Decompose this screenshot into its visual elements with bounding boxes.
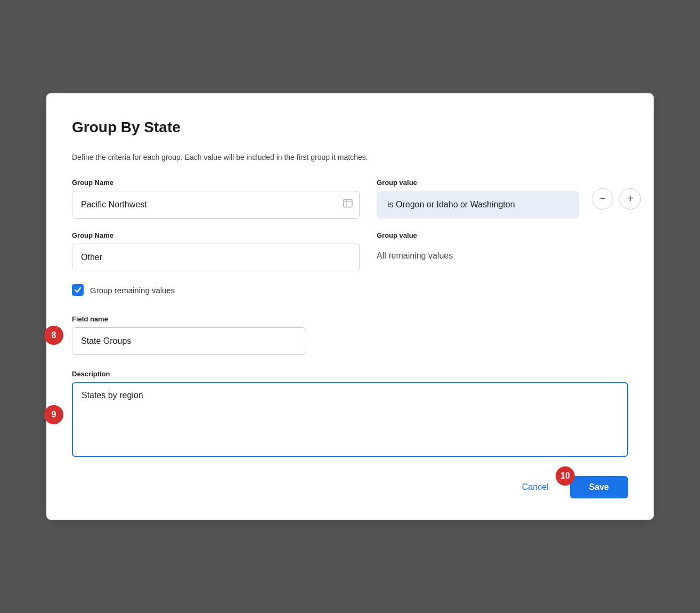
plus-icon: + xyxy=(627,192,633,205)
group2-value-label: Group value xyxy=(377,231,628,239)
description-label: Description xyxy=(72,370,628,378)
checkbox-label: Group remaining values xyxy=(90,286,175,295)
checkbox-row: Group remaining values xyxy=(72,284,628,296)
group-row-1: Group Name Group value is Oregon or Idah… xyxy=(72,179,628,219)
add-group-button[interactable]: + xyxy=(620,188,641,209)
remove-group1-button[interactable]: − xyxy=(592,188,613,209)
minus-icon: − xyxy=(599,192,606,205)
group-by-state-dialog: Group By State Define the criteria for e… xyxy=(46,93,654,520)
dialog-description: Define the criteria for each group. Each… xyxy=(72,153,628,162)
dialog-footer: 10 Cancel Save xyxy=(72,476,628,498)
group2-value-col: Group value All remaining values xyxy=(377,231,628,261)
spreadsheet-icon xyxy=(343,198,353,212)
group1-name-input-wrapper xyxy=(72,191,360,219)
save-button[interactable]: Save xyxy=(570,476,628,498)
group1-value-wrapper: Group value is Oregon or Idaho or Washin… xyxy=(377,179,579,219)
checkmark-icon xyxy=(74,286,82,294)
group-remaining-checkbox[interactable] xyxy=(72,284,84,296)
step-badge-8: 8 xyxy=(44,326,63,345)
group1-name-label: Group Name xyxy=(72,179,360,187)
group1-value-col: Group value is Oregon or Idaho or Washin… xyxy=(377,179,641,219)
svg-rect-0 xyxy=(344,200,352,207)
step-badge-9: 9 xyxy=(44,405,63,424)
group-row-2: Group Name Group value All remaining val… xyxy=(72,231,628,271)
dialog-title: Group By State xyxy=(72,119,628,136)
group1-actions: − + xyxy=(585,188,641,209)
group1-name-col: Group Name xyxy=(72,179,360,219)
group1-name-input[interactable] xyxy=(72,191,360,219)
field-name-section: 8 Field name xyxy=(72,315,628,355)
description-textarea[interactable]: States by region xyxy=(72,382,628,457)
group2-name-col: Group Name xyxy=(72,231,360,271)
cancel-button[interactable]: Cancel xyxy=(514,477,557,497)
field-name-input[interactable] xyxy=(72,327,306,355)
group1-value-box: is Oregon or Idaho or Washington xyxy=(377,191,579,219)
group1-value-label: Group value xyxy=(377,179,579,187)
group2-value-text: All remaining values xyxy=(377,244,628,261)
group2-name-label: Group Name xyxy=(72,231,360,239)
field-name-label: Field name xyxy=(72,315,628,323)
group2-value-wrapper: Group value All remaining values xyxy=(377,231,628,261)
description-section: 9 Description States by region xyxy=(72,370,628,459)
group1-value-text: is Oregon or Idaho or Washington xyxy=(387,200,515,209)
group2-name-input[interactable] xyxy=(72,244,360,271)
step-badge-10: 10 xyxy=(556,466,575,486)
